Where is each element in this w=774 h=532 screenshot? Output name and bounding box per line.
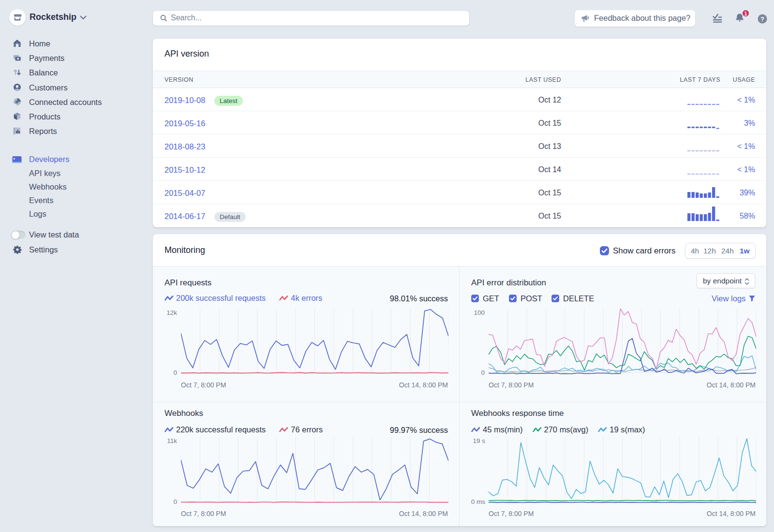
svg-text:?: ? [760, 15, 764, 23]
